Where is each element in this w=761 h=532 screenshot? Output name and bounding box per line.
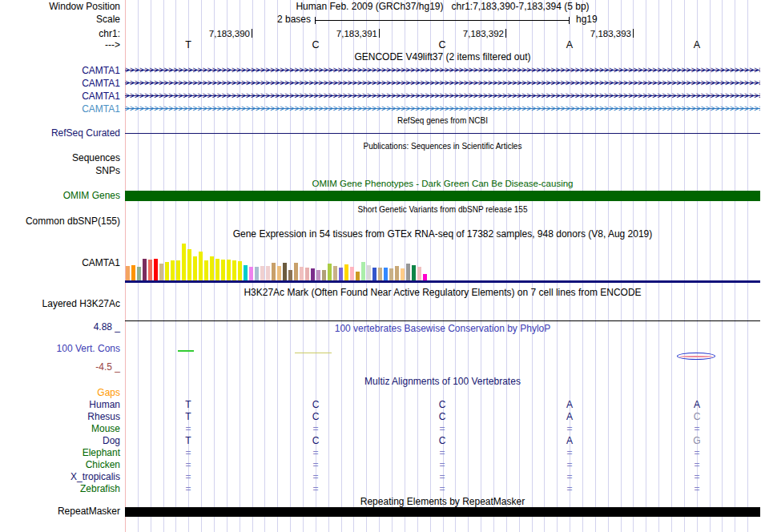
expression-bar[interactable]	[294, 263, 298, 280]
expression-bar[interactable]	[406, 264, 410, 280]
species-label-rhesus[interactable]: Rhesus	[0, 411, 120, 423]
expression-bar[interactable]	[249, 267, 253, 280]
expression-bar[interactable]	[389, 268, 393, 280]
expression-bar[interactable]	[227, 260, 231, 280]
expression-bar[interactable]	[154, 259, 158, 280]
expression-bar[interactable]	[215, 259, 219, 280]
alignment-cell: A	[563, 435, 576, 447]
vert-cons-label[interactable]: 100 Vert. Cons	[0, 344, 120, 354]
expression-bar[interactable]	[277, 266, 281, 280]
coordinate-label: 7,183,391	[267, 29, 377, 38]
expression-bar[interactable]	[412, 265, 416, 280]
gene-row[interactable]: >>>>>>>>>>>>>>>>>>>>>>>>>>>>>>>>>>>>>>>>…	[125, 91, 760, 100]
expression-bar[interactable]	[311, 268, 315, 280]
expression-bar[interactable]	[333, 266, 337, 280]
expression-bar[interactable]	[131, 265, 135, 280]
expression-bar[interactable]	[182, 244, 186, 280]
expression-bar[interactable]	[187, 249, 191, 280]
expression-bar[interactable]	[165, 262, 169, 280]
species-label-elephant[interactable]: Elephant	[0, 447, 120, 459]
expression-bar[interactable]	[367, 265, 371, 280]
coordinate-tick	[505, 29, 506, 38]
gtex-gene-label[interactable]: CAMTA1	[0, 258, 120, 268]
expression-bar[interactable]	[344, 264, 348, 280]
expression-bar[interactable]	[300, 267, 304, 280]
sequences-label[interactable]: Sequences	[0, 153, 120, 163]
gene-label[interactable]: CAMTA1	[0, 66, 120, 76]
expression-bar[interactable]	[204, 260, 208, 280]
expression-bar[interactable]	[361, 262, 365, 280]
expression-bar[interactable]	[221, 260, 225, 280]
expression-bar[interactable]	[423, 274, 427, 280]
expression-bar[interactable]	[260, 266, 264, 280]
gene-label[interactable]: CAMTA1	[0, 91, 120, 102]
expression-bar[interactable]	[238, 261, 242, 280]
expression-bar[interactable]	[417, 267, 421, 280]
expression-bar[interactable]	[159, 264, 163, 280]
species-label-mouse[interactable]: Mouse	[0, 423, 120, 435]
expression-bar[interactable]	[137, 267, 141, 280]
alignment-cell: A	[563, 411, 576, 423]
expression-bar[interactable]	[288, 270, 292, 280]
expression-bar[interactable]	[255, 267, 259, 280]
expression-bar[interactable]	[384, 268, 388, 280]
gene-row[interactable]: >>>>>>>>>>>>>>>>>>>>>>>>>>>>>>>>>>>>>>>>…	[125, 79, 760, 87]
refseq-gene-line[interactable]	[125, 133, 760, 134]
expression-bar[interactable]	[171, 260, 175, 280]
expression-bar[interactable]	[193, 256, 197, 280]
multiz-alignment-rows[interactable]: TCCAATCCAC=====TCCAG====================	[125, 387, 760, 496]
refseq-curated-label[interactable]: RefSeq Curated	[0, 128, 120, 139]
omim-genes-label[interactable]: OMIM Genes	[0, 191, 120, 201]
species-label-gaps[interactable]: Gaps	[0, 387, 120, 399]
expression-bar[interactable]	[328, 264, 332, 280]
omim-gene-bar[interactable]	[125, 191, 760, 201]
expression-bar[interactable]	[232, 260, 236, 280]
expression-bar[interactable]	[378, 268, 382, 280]
expression-bar[interactable]	[199, 252, 203, 280]
expression-bar[interactable]	[283, 263, 287, 280]
expression-bar[interactable]	[176, 260, 180, 280]
species-label-chicken[interactable]: Chicken	[0, 459, 120, 471]
expression-bar[interactable]	[244, 265, 248, 280]
expression-bar[interactable]	[272, 263, 276, 280]
coordinate-tick	[379, 29, 380, 38]
gene-row[interactable]: >>>>>>>>>>>>>>>>>>>>>>>>>>>>>>>>>>>>>>>>…	[125, 66, 760, 75]
expression-bar[interactable]	[305, 268, 309, 280]
alignment-cell: =	[563, 447, 576, 459]
common-dbsnp-label[interactable]: Common dbSNP(155)	[0, 216, 120, 227]
expression-bar[interactable]	[356, 272, 360, 280]
expression-bar[interactable]	[339, 268, 343, 280]
alignment-cell: A	[563, 399, 576, 411]
omim-track-title: OMIM Gene Phenotypes - Dark Green Can Be…	[125, 179, 760, 189]
expression-bar[interactable]	[350, 267, 354, 280]
alignment-cell: =	[691, 471, 703, 483]
publications-track-title: Publications: Sequences in Scientific Ar…	[125, 142, 760, 151]
expression-bar[interactable]	[266, 266, 270, 280]
layered-h3k27ac-label[interactable]: Layered H3K27Ac	[0, 299, 120, 309]
expression-bar[interactable]	[126, 266, 130, 280]
expression-bar[interactable]	[210, 256, 214, 280]
expression-bar[interactable]	[395, 266, 399, 280]
expression-bar[interactable]	[401, 268, 405, 280]
repeatmasker-label[interactable]: RepeatMasker	[0, 506, 120, 517]
snps-label[interactable]: SNPs	[0, 166, 120, 176]
alignment-cell: T	[182, 399, 195, 411]
species-label-x_tropicalis[interactable]: X_tropicalis	[0, 471, 120, 483]
alignment-cell: =	[563, 471, 576, 483]
gene-label[interactable]: CAMTA1	[0, 79, 120, 89]
species-label-human[interactable]: Human	[0, 399, 120, 411]
expression-bar[interactable]	[322, 270, 326, 280]
repeatmasker-bar[interactable]	[125, 507, 760, 517]
expression-bar[interactable]	[316, 270, 320, 280]
gene-row[interactable]: >>>>>>>>>>>>>>>>>>>>>>>>>>>>>>>>>>>>>>>>…	[125, 104, 760, 113]
expression-bar[interactable]	[372, 268, 376, 280]
expression-bar[interactable]	[143, 259, 147, 280]
species-label-zebrafish[interactable]: Zebrafish	[0, 483, 120, 495]
refseq-track-title: RefSeq genes from NCBI	[125, 116, 760, 125]
expression-bar[interactable]	[148, 260, 152, 280]
species-label-dog[interactable]: Dog	[0, 435, 120, 447]
gene-label[interactable]: CAMTA1	[0, 104, 120, 115]
phylop-neutral-mark	[295, 353, 332, 353]
alignment-cell: A	[691, 399, 703, 411]
base-letter: A	[563, 40, 576, 50]
